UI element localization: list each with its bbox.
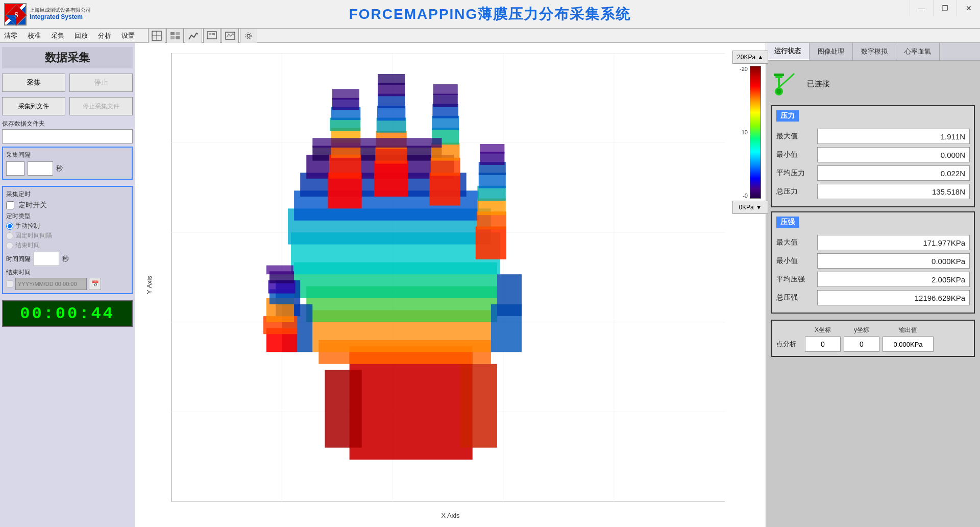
time-interval-input[interactable]: 10	[34, 252, 59, 266]
ps-total-label: 总压强	[776, 293, 817, 302]
menu-item-playback[interactable]: 回放	[72, 30, 90, 41]
toolbar-icon-settings[interactable]	[240, 27, 257, 44]
colorbar-top-btn[interactable]: 20KPa ▲	[732, 51, 768, 64]
output-value: 0.000KPa	[883, 337, 934, 352]
x-axis-label: X Axis	[441, 512, 459, 519]
menu-item-analyze[interactable]: 分析	[96, 30, 113, 41]
ps-min-value: 0.000KPa	[817, 253, 970, 269]
connection-icon	[771, 68, 802, 99]
maximize-button[interactable]: ❐	[933, 0, 957, 16]
logo-text: 上海邑成测试设备有限公司 Integrated System	[30, 7, 91, 21]
left-panel: 数据采集 采集 停止 采集到文件 停止采集文件 保存数据文件夹 采集间隔 10 …	[0, 43, 135, 527]
digital-clock: 00:00:44	[2, 300, 133, 327]
chart-svg[interactable]: 0.00 15.60 31.20 46.80 62.40 78.00 0.00 …	[171, 53, 725, 501]
interval-row: 10 秒	[6, 161, 129, 176]
svg-rect-10	[176, 32, 180, 35]
radio-fixed: 固定时间间隔	[6, 231, 129, 240]
tab-digital-simulation[interactable]: 数字模拟	[853, 43, 896, 60]
collect-file-buttons: 采集到文件 停止采集文件	[2, 97, 133, 115]
radio-end-input[interactable]	[6, 242, 13, 249]
ps-min-row: 最小值 0.000KPa	[776, 253, 970, 269]
tab-operation-status[interactable]: 运行状态	[766, 43, 810, 60]
menu-item-settings[interactable]: 设置	[119, 30, 137, 41]
tab-heart-rate[interactable]: 心率血氧	[896, 43, 940, 60]
toolbar-icon-4[interactable]	[203, 27, 220, 44]
point-analysis-label: 点分析	[776, 340, 802, 349]
svg-rect-95	[332, 89, 359, 100]
pressure-total-label: 总压力	[776, 187, 817, 196]
interval-title: 采集间隔	[6, 151, 129, 159]
menu-item-clear[interactable]: 清零	[2, 30, 19, 41]
pressure-min-label: 最小值	[776, 150, 817, 159]
tab-image-processing[interactable]: 图像处理	[810, 43, 853, 60]
close-button[interactable]: ✕	[957, 0, 980, 16]
point-row: 点分析 0 0 0.000KPa	[776, 337, 970, 352]
collect-button[interactable]: 采集	[2, 74, 65, 92]
save-folder-label: 保存数据文件夹	[2, 119, 133, 128]
ps-total-value: 12196.629KPa	[817, 290, 970, 305]
svg-rect-44	[460, 364, 497, 448]
pressure-strength-box: 压强 最大值 171.977KPa 最小值 0.000KPa 平均压强 2.00…	[771, 211, 975, 314]
toolbar-icon-3[interactable]	[185, 27, 202, 44]
colorbar-gradient	[750, 66, 761, 199]
timer-checkbox[interactable]	[6, 201, 14, 209]
radio-fixed-input[interactable]	[6, 232, 13, 239]
main-layout: 数据采集 采集 停止 采集到文件 停止采集文件 保存数据文件夹 采集间隔 10 …	[0, 43, 980, 527]
interval-section: 采集间隔 10 秒	[2, 147, 133, 180]
y-header-label: y坐标	[854, 326, 869, 333]
save-folder-input[interactable]	[2, 129, 133, 143]
company-name: 上海邑成测试设备有限公司	[30, 7, 91, 13]
interval-num-input[interactable]: 10	[28, 161, 53, 176]
radio-manual-label: 手动控制	[15, 222, 40, 230]
end-time-input[interactable]	[15, 278, 87, 290]
panel-title: 数据采集	[2, 47, 133, 68]
svg-rect-97	[433, 84, 458, 95]
colorbar-area: 20KPa ▲ -20 -10 -0 0KPa ▼	[741, 51, 760, 214]
ps-max-row: 最大值 171.977KPa	[776, 235, 970, 250]
svg-point-18	[246, 33, 252, 39]
connection-row: 已连接	[771, 66, 975, 101]
integrated-label: Integrated System	[30, 13, 91, 21]
radio-manual-input[interactable]	[6, 223, 13, 230]
output-header-label: 输出值	[899, 326, 917, 333]
stop-button[interactable]: 停止	[69, 74, 133, 92]
point-header-row: X坐标 y坐标 输出值	[776, 325, 970, 334]
timer-switch-label: 定时开关	[18, 201, 47, 210]
ps-avg-label: 平均压强	[776, 275, 817, 284]
stop-file-button[interactable]: 停止采集文件	[69, 97, 133, 115]
colorbar-bottom-btn[interactable]: 0KPa ▼	[732, 201, 768, 214]
ps-avg-value: 2.005KPa	[817, 272, 970, 287]
output-header: 输出值	[883, 325, 934, 334]
main-title: FORCEMAPPING薄膜压力分布采集系统	[349, 5, 631, 24]
toolbar-icon-2[interactable]	[166, 27, 184, 44]
svg-rect-15	[212, 33, 215, 35]
collect-file-button[interactable]: 采集到文件	[2, 97, 65, 115]
radio-end: 结束时间	[6, 241, 129, 250]
time-interval-row: 时间间隔 10 秒	[6, 252, 129, 266]
calendar-button[interactable]: 📅	[89, 278, 101, 290]
svg-rect-103	[774, 74, 784, 76]
point-analysis-box: X坐标 y坐标 输出值 点分析 0 0 0.000KPa	[771, 320, 975, 357]
ps-max-label: 最大值	[776, 238, 817, 247]
x-header-label: X坐标	[815, 326, 831, 333]
timer-section: 采集定时 定时开关 定时类型 手动控制 固定时间间隔 结束时间 时间间隔 10	[2, 186, 133, 294]
title-bar: S 上海邑成测试设备有限公司 Integrated System FORCEMA…	[0, 0, 980, 29]
menu-item-collect[interactable]: 采集	[49, 30, 66, 41]
menu-item-calibrate[interactable]: 校准	[26, 30, 43, 41]
svg-rect-86	[433, 94, 458, 107]
radio-end-label: 结束时间	[15, 241, 40, 250]
pressure-min-row: 最小值 0.000N	[776, 147, 970, 162]
svg-text:S: S	[14, 11, 18, 19]
y-coord-value: 0	[844, 337, 879, 352]
end-time-checkbox[interactable]	[6, 280, 13, 288]
ps-total-row: 总压强 12196.629KPa	[776, 290, 970, 305]
toolbar-icon-1[interactable]	[148, 27, 165, 44]
logo-icon: S	[4, 3, 27, 26]
x-coord-header: X坐标	[805, 325, 841, 334]
colorbar-top-label: 20KPa	[737, 54, 755, 61]
toolbar-icon-5[interactable]	[222, 27, 239, 44]
logo-area: S 上海邑成测试设备有限公司 Integrated System	[0, 1, 102, 28]
time-interval-unit: 秒	[62, 254, 69, 264]
minimize-button[interactable]: —	[910, 0, 933, 16]
interval-small-input[interactable]	[6, 161, 24, 176]
